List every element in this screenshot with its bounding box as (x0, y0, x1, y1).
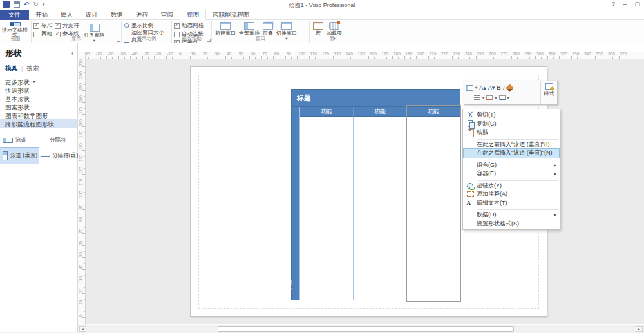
context-menu-item[interactable]: 添加注释(A) (464, 190, 559, 199)
drawing-canvas[interactable]: 标题 阶段 功能 功能 功能 (86, 59, 644, 324)
ruler-number: 70 (79, 229, 83, 233)
menu-item-icon (467, 111, 474, 119)
macro-button-icon (329, 22, 339, 30)
context-menu-item[interactable]: A 编辑文本(T) (464, 199, 559, 208)
ribbon-checkbox[interactable]: 动态网格 (174, 23, 209, 29)
dialog-launcher-icon[interactable] (117, 39, 120, 42)
ruler-number: -10 (167, 52, 173, 56)
master-shape-item[interactable]: 泳道 (垂直) (0, 148, 39, 164)
master-shape-item[interactable]: 分隔符(垂直) (39, 148, 77, 164)
window-button-icon (244, 22, 254, 30)
collapse-panel-icon[interactable]: ‹ (71, 50, 73, 57)
ruler-number: 220 (441, 52, 448, 56)
help-button[interactable]: ? (612, 1, 615, 7)
ribbon-tab[interactable]: 设计 (79, 10, 104, 20)
ribbon-tab[interactable]: 开始 (29, 10, 54, 20)
context-menu-item[interactable]: 组合(G) (464, 161, 559, 170)
ribbon-tab[interactable]: 数据 (104, 10, 129, 20)
ruler-number: -80 (86, 52, 90, 56)
ruler-number: -60 (108, 52, 113, 56)
tab-search[interactable]: 搜索 (26, 64, 39, 73)
zoom-menu-item[interactable]: 显示比例 (124, 23, 169, 28)
ribbon-checkbox[interactable]: 标尺 (33, 23, 52, 29)
context-menu-item[interactable]: 粘贴 (464, 128, 559, 137)
ribbon-checkbox[interactable]: 分页符 (55, 23, 79, 29)
restore-button[interactable]: ▢ (634, 1, 640, 7)
ribbon-tab[interactable]: 视图 (180, 10, 206, 20)
context-menu-item[interactable]: 复制(C) (464, 120, 559, 129)
grow-font-icon[interactable]: A▴ (479, 83, 486, 92)
lane-body[interactable] (300, 117, 353, 300)
swimlane-lane[interactable]: 功能 (407, 107, 460, 300)
lane-body[interactable] (354, 117, 406, 300)
scrollbar-thumb[interactable] (218, 326, 514, 332)
tab-stencils[interactable]: 模具 (5, 64, 17, 73)
scroll-left-icon[interactable]: ◂ (79, 326, 86, 332)
context-menu-item[interactable]: 容器(E) (464, 169, 559, 178)
context-menu-item[interactable]: 数据(D) (464, 211, 559, 220)
shrink-font-icon[interactable]: A▾ (488, 83, 495, 92)
horizontal-scrollbar[interactable]: ◂ ▸ (78, 325, 644, 332)
ribbon-tab[interactable]: 审阅 (155, 10, 180, 20)
style-button[interactable]: 样式 (540, 81, 557, 104)
line-color-icon[interactable] (499, 95, 506, 100)
window-title: 绘图1 - Visio Professional (0, 1, 644, 10)
bold-button[interactable]: B (497, 83, 501, 92)
lane-body[interactable] (407, 117, 460, 300)
connector-icon[interactable] (466, 95, 472, 100)
checkbox-icon (55, 23, 61, 29)
stencil-item[interactable]: 快速形状 (0, 86, 77, 94)
context-menu-item[interactable]: 在此之前插入"泳道 (垂直)"(I) (464, 140, 559, 149)
ribbon-tab[interactable]: 插入 (54, 10, 79, 20)
ruler-number: 260 (489, 52, 496, 56)
swimlane-lane[interactable]: 功能 (299, 107, 354, 300)
fill-color-icon[interactable] (486, 95, 493, 100)
ruler-number: 170 (382, 52, 389, 56)
stencil-item[interactable]: 图案形状 (0, 102, 77, 111)
shapes-panel-title: 形状 (0, 43, 77, 59)
minimize-button[interactable]: ─ (623, 1, 627, 7)
stencil-item[interactable]: 更多形状 (0, 77, 77, 86)
ribbon-tab[interactable]: 跨职能流程图 (206, 10, 256, 20)
title-bar: ↶ ↻ ▾ 绘图1 - Visio Professional ? ─ ▢ 登录 (0, 0, 644, 10)
ruler-number: 40 (227, 52, 231, 56)
dialog-launcher-icon[interactable] (207, 39, 211, 42)
italic-button[interactable]: I (503, 83, 505, 92)
stencil-item[interactable]: 跨职能流程图形状 (0, 119, 77, 128)
ribbon-tab[interactable]: 文件 (0, 10, 29, 20)
ruler-number: -20 (155, 52, 161, 56)
zoom-menu-item[interactable]: 适应窗口大小 (124, 30, 169, 35)
menu-item-icon (467, 211, 474, 218)
stencil-item[interactable]: 基本形状 (0, 94, 77, 102)
checkbox-icon (174, 23, 180, 29)
swimlane-lane[interactable]: 功能 (354, 107, 407, 300)
master-shape-item[interactable]: 分隔符 (39, 133, 77, 148)
change-shape-icon[interactable] (466, 85, 473, 91)
lane-header[interactable]: 功能 (353, 107, 406, 117)
master-shape-item[interactable]: 泳道 (0, 133, 39, 148)
swimlane-title-bar[interactable]: 标题 (291, 89, 460, 107)
align-icon[interactable] (474, 95, 480, 100)
zoom-item-icon (124, 30, 129, 35)
chevron-down-icon: ▾ (482, 95, 484, 100)
stencil-item[interactable]: 图表和数学图形 (0, 111, 77, 119)
context-menu-item[interactable]: 超链接(Y)... (464, 182, 559, 191)
menu-item-icon (467, 120, 474, 128)
scroll-right-icon[interactable]: ▸ (636, 326, 643, 332)
lane-header[interactable]: 功能 (300, 107, 353, 117)
ruler-number: 300 (536, 52, 544, 56)
ruler-number: 60 (251, 52, 255, 56)
ruler-number: 160 (79, 119, 83, 126)
ruler-number: 310 (549, 52, 556, 56)
lane-header[interactable]: 功能 (406, 107, 460, 117)
context-menu-item[interactable]: 设置形状格式(S) (464, 220, 559, 229)
ruler-number: 250 (477, 52, 484, 56)
swimlane-phase-bar[interactable]: 阶段 (291, 107, 299, 300)
horizontal-ruler: -80-70-60-50-40-30-20-100102030405060708… (86, 52, 644, 59)
format-painter-icon[interactable] (506, 84, 514, 92)
context-menu-item[interactable]: 剪切(T) (464, 111, 559, 120)
ribbon-tab[interactable]: 进程 (129, 10, 155, 20)
context-menu-item[interactable]: 在此之后插入"泳道 (垂直)"(N) (464, 149, 559, 158)
ruler-number: 70 (263, 52, 267, 56)
ruler-number: 160 (370, 52, 377, 56)
